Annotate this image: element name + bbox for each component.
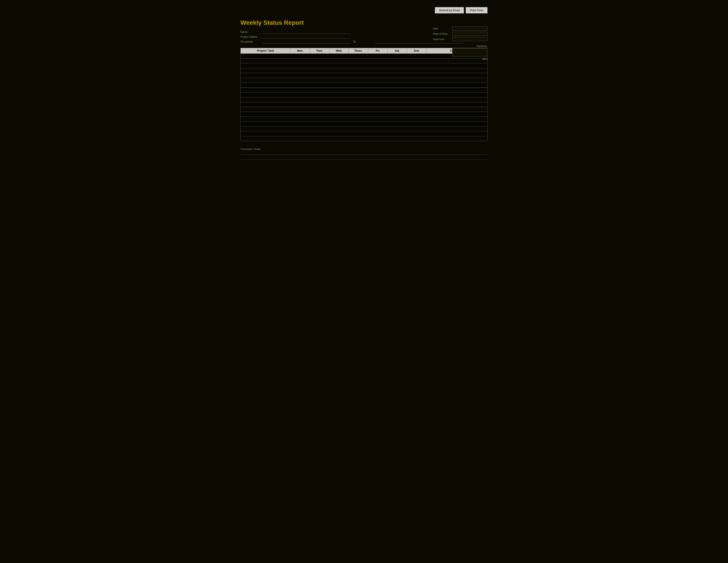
cell-hours[interactable] [388,92,407,97]
cell-hours[interactable] [310,73,329,78]
cell-hours[interactable] [349,63,368,68]
cell-hours[interactable] [349,68,368,73]
cell-hours[interactable] [310,54,329,58]
cell-hours[interactable] [368,63,388,68]
cell-hours[interactable] [388,73,407,78]
cell-comments[interactable] [426,68,488,73]
cell-hours[interactable] [349,112,368,117]
cell-hours[interactable] [407,102,426,107]
cell-comments[interactable] [426,73,488,78]
cell-hours[interactable] [407,58,426,63]
project-status-input[interactable] [263,35,351,39]
cell-hours[interactable] [329,112,349,117]
cell-hours[interactable] [407,92,426,97]
cell-project[interactable] [241,68,291,73]
cell-hours[interactable] [310,97,329,102]
cell-hours[interactable] [310,92,329,97]
cell-hours[interactable] [368,58,388,63]
cell-hours[interactable] [368,88,388,92]
cell-hours[interactable] [349,58,368,63]
cell-hours[interactable] [388,117,407,122]
cell-project[interactable] [241,58,291,63]
cell-project[interactable] [241,97,291,102]
cell-hours[interactable] [349,92,368,97]
cell-project[interactable] [241,54,291,58]
cell-hours[interactable] [291,88,310,92]
cell-comments[interactable] [426,122,488,126]
cell-hours[interactable] [329,102,349,107]
print-form-button[interactable]: Print Form [466,7,488,13]
cell-project[interactable] [241,88,291,92]
cell-hours[interactable] [388,88,407,92]
cell-hours[interactable] [368,126,388,131]
cell-hours[interactable] [407,88,426,92]
cell-hours[interactable] [368,102,388,107]
cell-comments[interactable] [426,92,488,97]
cell-hours[interactable] [407,73,426,78]
cell-hours[interactable] [310,102,329,107]
cell-project[interactable] [241,83,291,88]
cell-hours[interactable] [310,131,329,136]
cell-hours[interactable] [407,117,426,122]
cell-hours[interactable] [329,126,349,131]
cell-comments[interactable] [426,112,488,117]
cell-hours[interactable] [329,136,349,141]
cell-hours[interactable] [368,78,388,83]
cell-hours[interactable] [291,126,310,131]
cell-hours[interactable] [291,136,310,141]
cell-comments[interactable] [426,78,488,83]
cell-hours[interactable] [291,97,310,102]
cell-hours[interactable] [368,54,388,58]
cell-hours[interactable] [349,131,368,136]
name-input[interactable] [263,30,351,34]
cell-hours[interactable] [368,92,388,97]
cell-hours[interactable] [368,136,388,141]
cell-hours[interactable] [291,112,310,117]
cell-hours[interactable] [407,78,426,83]
cell-hours[interactable] [291,102,310,107]
cell-comments[interactable] [426,126,488,131]
cell-hours[interactable] [329,68,349,73]
cell-hours[interactable] [388,112,407,117]
cell-hours[interactable] [291,107,310,112]
cell-hours[interactable] [349,136,368,141]
cell-hours[interactable] [349,78,368,83]
cell-hours[interactable] [407,112,426,117]
cell-hours[interactable] [388,102,407,107]
cell-hours[interactable] [368,83,388,88]
cell-project[interactable] [241,73,291,78]
cell-hours[interactable] [407,83,426,88]
cell-hours[interactable] [388,54,407,58]
cell-hours[interactable] [368,112,388,117]
cell-hours[interactable] [349,73,368,78]
cell-hours[interactable] [329,107,349,112]
cell-hours[interactable] [368,131,388,136]
cell-hours[interactable] [368,107,388,112]
cell-comments[interactable] [426,83,488,88]
cell-hours[interactable] [310,126,329,131]
cell-hours[interactable] [329,58,349,63]
cell-hours[interactable] [291,83,310,88]
cell-project[interactable] [241,78,291,83]
cell-project[interactable] [241,131,291,136]
cell-comments[interactable] [426,97,488,102]
cell-hours[interactable] [407,136,426,141]
cell-hours[interactable] [329,83,349,88]
cell-comments[interactable] [426,102,488,107]
cell-hours[interactable] [407,126,426,131]
cell-hours[interactable] [291,68,310,73]
cell-hours[interactable] [388,97,407,102]
cell-hours[interactable] [310,112,329,117]
cell-hours[interactable] [368,97,388,102]
cell-hours[interactable] [349,107,368,112]
cell-hours[interactable] [388,78,407,83]
cell-hours[interactable] [310,107,329,112]
cell-comments[interactable] [426,107,488,112]
cell-hours[interactable] [329,131,349,136]
cell-hours[interactable] [388,126,407,131]
cell-hours[interactable] [349,54,368,58]
cell-hours[interactable] [407,63,426,68]
cell-hours[interactable] [388,58,407,63]
cell-hours[interactable] [349,88,368,92]
cell-hours[interactable] [407,68,426,73]
